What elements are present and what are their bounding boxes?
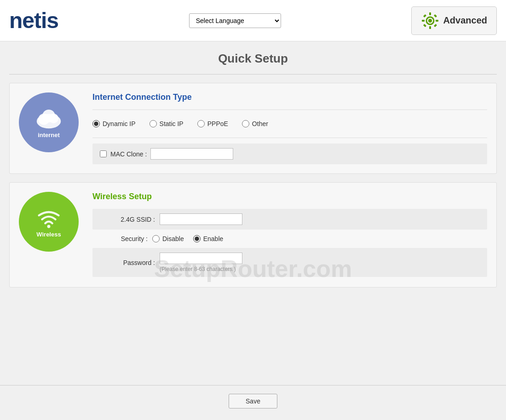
password-row: Password : (Please enter 8-63 characters… [92, 248, 487, 277]
security-enable-input[interactable] [193, 235, 201, 242]
wifi-icon [35, 206, 63, 229]
svg-point-1 [428, 19, 432, 23]
internet-icon-label: internet [38, 132, 60, 138]
header: netis Select Language Advanced [0, 0, 506, 41]
svg-point-14 [47, 224, 51, 228]
radio-other-label: Other [252, 120, 268, 127]
radio-dynamic-ip-input[interactable] [92, 120, 100, 127]
language-select[interactable]: Select Language [189, 13, 281, 28]
svg-rect-5 [436, 20, 438, 22]
radio-other-input[interactable] [242, 120, 249, 127]
page-title: Quick Setup [9, 41, 497, 75]
security-enable[interactable]: Enable [193, 235, 224, 242]
connection-type-radio-group: Dynamic IP Static IP PPPoE Other [92, 115, 487, 132]
password-col: (Please enter 8-63 characters.) [160, 253, 242, 272]
ssid-input[interactable] [160, 213, 242, 225]
wireless-section: Wireless Wireless Setup 2.4G SSID : Secu… [9, 182, 497, 288]
internet-section: internet Internet Connection Type Dynami… [9, 83, 497, 174]
internet-section-content: Internet Connection Type Dynamic IP Stat… [92, 92, 487, 164]
save-button[interactable]: Save [229, 394, 277, 408]
radio-static-ip[interactable]: Static IP [150, 120, 184, 127]
advanced-label: Advanced [443, 15, 487, 26]
password-label: Password : [100, 259, 160, 266]
svg-point-13 [42, 109, 55, 122]
mac-clone-checkbox[interactable] [100, 150, 107, 157]
svg-rect-2 [429, 12, 431, 15]
svg-rect-6 [423, 14, 426, 17]
cloud-icon [33, 107, 65, 130]
wireless-section-content: Wireless Setup 2.4G SSID : Security : [92, 192, 487, 278]
security-disable-input[interactable] [152, 235, 160, 242]
ssid-label: 2.4G SSID : [100, 216, 160, 223]
radio-dynamic-ip[interactable]: Dynamic IP [92, 120, 136, 127]
svg-rect-4 [422, 20, 425, 22]
security-label: Security : [92, 235, 152, 242]
radio-static-ip-label: Static IP [160, 120, 184, 127]
password-input[interactable] [160, 253, 242, 264]
svg-rect-7 [434, 14, 437, 17]
wireless-section-title: Wireless Setup [92, 192, 487, 201]
divider-1 [92, 109, 487, 110]
security-disable[interactable]: Disable [152, 235, 184, 242]
password-hint: (Please enter 8-63 characters.) [160, 266, 242, 272]
ssid-row: 2.4G SSID : [92, 209, 487, 230]
wireless-icon-label: Wireless [36, 231, 61, 238]
radio-dynamic-ip-label: Dynamic IP [103, 120, 136, 127]
wireless-form: 2.4G SSID : Security : Disable [92, 209, 487, 277]
main-content: Quick Setup internet Internet Connection… [0, 41, 506, 376]
mac-clone-input[interactable] [150, 148, 233, 160]
internet-icon-circle: internet [19, 92, 79, 152]
svg-rect-9 [434, 23, 437, 27]
svg-rect-8 [423, 23, 426, 27]
radio-static-ip-input[interactable] [150, 120, 157, 127]
security-options: Disable Enable [152, 235, 223, 242]
radio-pppoe-label: PPPoE [207, 120, 228, 127]
divider-2 [92, 138, 487, 138]
gear-icon [421, 12, 439, 30]
mac-clone-label: MAC Clone : [110, 150, 147, 158]
mac-clone-row: MAC Clone : [92, 144, 487, 164]
svg-rect-3 [429, 26, 431, 29]
security-enable-label: Enable [203, 235, 224, 242]
footer: Save [0, 385, 506, 420]
radio-other[interactable]: Other [242, 120, 268, 127]
page-wrapper: netis Select Language Advanced [0, 0, 506, 420]
radio-pppoe-input[interactable] [197, 120, 205, 127]
language-select-container: Select Language [189, 13, 281, 28]
security-row: Security : Disable Enable [92, 230, 487, 247]
logo: netis [9, 8, 58, 33]
internet-section-title: Internet Connection Type [92, 92, 487, 102]
security-disable-label: Disable [162, 235, 184, 242]
radio-pppoe[interactable]: PPPoE [197, 120, 228, 127]
advanced-button[interactable]: Advanced [411, 6, 497, 35]
wireless-icon-circle: Wireless [19, 192, 79, 252]
